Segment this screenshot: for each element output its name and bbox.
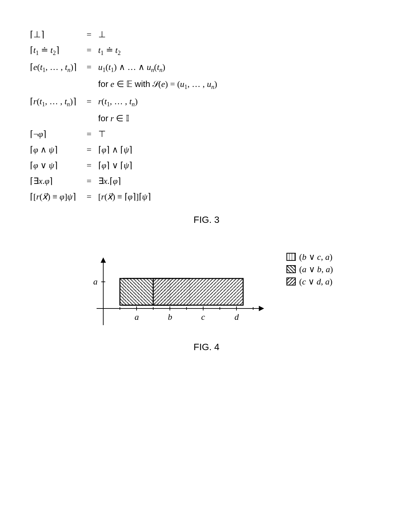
- equals-sign: =: [80, 59, 98, 76]
- equals-sign: [80, 111, 98, 126]
- equation-row: ⌈e(t1, … , tn)⌉=u1(t1) ∧ … ∧ un(tn): [30, 59, 220, 76]
- legend-swatch: [286, 253, 296, 261]
- equals-sign: [80, 76, 98, 93]
- equals-sign: =: [80, 158, 98, 173]
- equals-sign: =: [80, 142, 98, 158]
- equation-rhs: [r(x⃗) ≡ ⌈φ⌉]⌈ψ⌉: [98, 189, 220, 205]
- equals-sign: =: [80, 173, 98, 189]
- equation-row: for e ∈ 𝔼 with 𝒮(e) = (u1, … , un): [30, 76, 220, 93]
- y-axis-label: a: [93, 277, 98, 286]
- x-tick-label: b: [168, 312, 172, 322]
- equation-row: ⌈φ ∨ ψ⌉=⌈φ⌉ ∨ ⌈ψ⌉: [30, 158, 220, 173]
- x-tick-label: d: [234, 312, 239, 322]
- equation-rhs: t1 ≐ t2: [98, 42, 220, 59]
- legend-swatch: [286, 265, 296, 273]
- equation-row: ⌈t1 ≐ t2⌉=t1 ≐ t2: [30, 42, 220, 59]
- equation-lhs: ⌈∃x.φ⌉: [30, 173, 80, 189]
- legend-item: (b ∨ c, a): [286, 252, 333, 262]
- equation-rhs: ⊥: [98, 27, 220, 42]
- equation-lhs: ⌈r(t1, … , tn)⌉: [30, 94, 80, 111]
- legend: (b ∨ c, a)(a ∨ b, a)(c ∨ d, a): [286, 252, 333, 289]
- equals-sign: =: [80, 94, 98, 111]
- svg-rect-19: [287, 253, 295, 261]
- equation-row: for r ∈ 𝕀: [30, 111, 220, 126]
- equation-table: ⌈⊥⌉=⊥⌈t1 ≐ t2⌉=t1 ≐ t2⌈e(t1, … , tn)⌉=u1…: [30, 27, 220, 205]
- equals-sign: =: [80, 189, 98, 205]
- equation-rhs: ⌈φ⌉ ∧ ⌈ψ⌉: [98, 142, 220, 158]
- equation-lhs: [30, 111, 80, 126]
- x-tick-label: c: [201, 312, 205, 322]
- chart-svg: aabcd: [80, 252, 266, 335]
- figure-4-chart: aabcd (b ∨ c, a)(a ∨ b, a)(c ∨ d, a): [30, 252, 383, 335]
- equation-rhs: u1(t1) ∧ … ∧ un(tn): [98, 59, 220, 76]
- equation-lhs: ⌈t1 ≐ t2⌉: [30, 42, 80, 59]
- equation-rhs: ⌈φ⌉ ∨ ⌈ψ⌉: [98, 158, 220, 173]
- equation-lhs: ⌈e(t1, … , tn)⌉: [30, 59, 80, 76]
- chart-bar: [153, 278, 243, 305]
- equation-row: ⌈r(t1, … , tn)⌉=r(t1, … , tn): [30, 94, 220, 111]
- equation-row: ⌈∃x.φ⌉=∃x.⌈φ⌉: [30, 173, 220, 189]
- equals-sign: =: [80, 126, 98, 142]
- legend-label: (c ∨ d, a): [299, 276, 332, 287]
- legend-label: (a ∨ b, a): [299, 264, 333, 274]
- equation-row: ⌈¬φ⌉=⊤: [30, 126, 220, 142]
- svg-rect-21: [287, 278, 295, 285]
- equation-lhs: ⌈φ ∨ ψ⌉: [30, 158, 80, 173]
- equals-sign: =: [80, 27, 98, 42]
- figure-3-caption: FIG. 3: [30, 215, 383, 225]
- equation-lhs: ⌈⊥⌉: [30, 27, 80, 42]
- legend-item: (c ∨ d, a): [286, 276, 333, 287]
- equation-lhs: ⌈¬φ⌉: [30, 126, 80, 142]
- equation-row: ⌈[r(x⃗) ≡ φ]ψ⌉=[r(x⃗) ≡ ⌈φ⌉]⌈ψ⌉: [30, 189, 220, 205]
- equation-row: ⌈φ ∧ ψ⌉=⌈φ⌉ ∧ ⌈ψ⌉: [30, 142, 220, 158]
- equation-lhs: [30, 76, 80, 93]
- equation-lhs: ⌈φ ∧ ψ⌉: [30, 142, 80, 158]
- equation-rhs: r(t1, … , tn): [98, 94, 220, 111]
- legend-swatch: [286, 277, 296, 285]
- x-tick-label: a: [135, 312, 139, 322]
- figure-4-caption: FIG. 4: [30, 342, 383, 352]
- equation-row: ⌈⊥⌉=⊥: [30, 27, 220, 42]
- svg-rect-20: [287, 266, 295, 273]
- equation-rhs: for r ∈ 𝕀: [98, 111, 220, 126]
- legend-item: (a ∨ b, a): [286, 264, 333, 274]
- equation-lhs: ⌈[r(x⃗) ≡ φ]ψ⌉: [30, 189, 80, 205]
- equation-rhs: ∃x.⌈φ⌉: [98, 173, 220, 189]
- equation-rhs: for e ∈ 𝔼 with 𝒮(e) = (u1, … , un): [98, 76, 220, 93]
- legend-label: (b ∨ c, a): [299, 252, 332, 262]
- equation-rhs: ⊤: [98, 126, 220, 142]
- equals-sign: =: [80, 42, 98, 59]
